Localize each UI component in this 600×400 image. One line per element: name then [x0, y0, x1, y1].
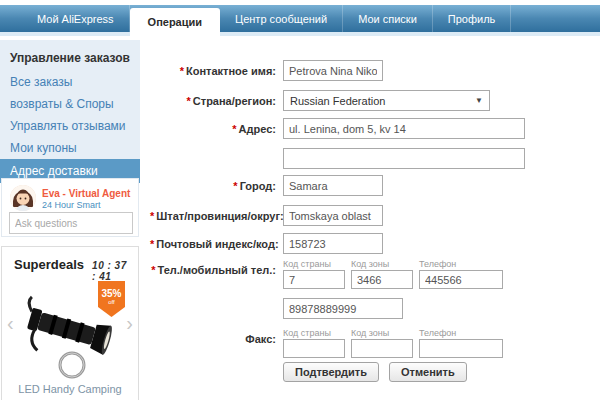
- agent-avatar: [10, 185, 36, 211]
- city-label: *Город:: [150, 175, 283, 192]
- city-input[interactable]: [283, 175, 383, 196]
- tab-profile[interactable]: Профиль: [433, 5, 512, 32]
- phone-row: *Тел./мобильный тел.: Код страны Код зон…: [150, 259, 595, 319]
- province-row: *Штат/провинция/округ:: [150, 205, 595, 226]
- carousel-next-icon[interactable]: ›: [126, 313, 133, 333]
- phone-area-code-input[interactable]: [351, 270, 413, 289]
- required-marker: *: [180, 65, 184, 77]
- ask-questions-input[interactable]: [9, 212, 133, 234]
- contact-name-label: *Контактное имя:: [150, 60, 283, 77]
- address-label: *Адрес:: [150, 118, 283, 135]
- required-marker: *: [232, 123, 236, 135]
- top-navigation: Мой AliExpress Операции Центр сообщений …: [0, 5, 600, 32]
- country-label: *Страна/регион:: [150, 90, 283, 107]
- sidebar: Управление заказов Все заказы возвраты &…: [0, 40, 140, 183]
- phone-country-code-input[interactable]: [283, 270, 345, 289]
- tab-operations[interactable]: Операции: [130, 8, 220, 36]
- fax-number-label: Телефон: [419, 328, 503, 338]
- nav-bottom-strip: [0, 32, 600, 36]
- product-name[interactable]: LED Handy Camping: [2, 383, 138, 395]
- country-select[interactable]: Russian Federation ▼: [283, 90, 490, 111]
- virtual-agent-widget: Eva - Virtual Agent 24 Hour Smart Respon…: [1, 178, 139, 237]
- fax-row: Факс: Код страны Код зоны Телефон: [150, 328, 595, 358]
- agent-name: Eva - Virtual Agent: [42, 188, 130, 199]
- address-line1-input[interactable]: [283, 118, 525, 139]
- country-row: *Страна/регион: Russian Federation ▼: [150, 90, 595, 111]
- superdeals-card: Superdeals 10 : 37 : 41 35% off ‹ › LED …: [1, 246, 139, 400]
- superdeals-countdown: 10 : 37 : 41: [92, 260, 128, 282]
- fax-area-code-input[interactable]: [351, 339, 413, 358]
- province-label: *Штат/провинция/округ:: [150, 205, 283, 222]
- zip-input[interactable]: [283, 233, 383, 254]
- mobile-number-input[interactable]: [283, 298, 403, 319]
- sidebar-item-all-orders[interactable]: Все заказы: [0, 71, 140, 93]
- phone-country-code-label: Код страны: [283, 259, 345, 269]
- required-marker: *: [150, 210, 154, 222]
- tab-message-center[interactable]: Центр сообщений: [220, 5, 343, 32]
- sidebar-item-manage-feedback[interactable]: Управлять отзывами: [0, 115, 140, 137]
- sidebar-item-refunds-disputes[interactable]: возвраты & Споры: [0, 93, 140, 115]
- fax-area-code-label: Код зоны: [351, 328, 413, 338]
- fax-label: Факс:: [150, 328, 283, 345]
- address-form: *Контактное имя: *Страна/регион: Russian…: [150, 60, 595, 382]
- superdeals-title: Superdeals: [14, 257, 84, 272]
- zip-row: *Почтовый индекс/код:: [150, 233, 595, 254]
- province-input[interactable]: [283, 205, 383, 226]
- contact-name-input[interactable]: [283, 60, 383, 81]
- zip-label: *Почтовый индекс/код:: [150, 233, 283, 250]
- contact-name-row: *Контактное имя:: [150, 60, 595, 81]
- cancel-button[interactable]: Отменить: [389, 362, 467, 382]
- required-marker: *: [233, 180, 237, 192]
- phone-number-input[interactable]: [419, 270, 503, 289]
- fax-country-code-label: Код страны: [283, 328, 345, 338]
- tab-my-lists[interactable]: Мои списки: [343, 5, 433, 32]
- confirm-button[interactable]: Подтвердить: [283, 362, 379, 382]
- phone-area-code-label: Код зоны: [351, 259, 413, 269]
- chevron-down-icon: ▼: [475, 96, 483, 105]
- carousel-prev-icon[interactable]: ‹: [7, 313, 14, 333]
- required-marker: *: [150, 238, 154, 250]
- fax-number-input[interactable]: [419, 339, 503, 358]
- product-image-flashlight[interactable]: [14, 291, 128, 381]
- phone-label: *Тел./мобильный тел.:: [150, 259, 283, 276]
- actions-spacer: [150, 362, 283, 367]
- required-marker: *: [187, 95, 191, 107]
- tab-my-aliexpress[interactable]: Мой AliExpress: [22, 5, 130, 32]
- fax-country-code-input[interactable]: [283, 339, 345, 358]
- sidebar-header-order-management: Управление заказов: [0, 44, 140, 71]
- phone-number-label: Телефон: [419, 259, 503, 269]
- address-line2-input[interactable]: [283, 148, 525, 169]
- sidebar-item-my-coupons[interactable]: Мои купоны: [0, 137, 140, 159]
- required-marker: *: [151, 264, 155, 276]
- country-selected-value: Russian Federation: [290, 95, 385, 107]
- form-actions-row: Подтвердить Отменить: [150, 362, 595, 382]
- address-row: *Адрес:: [150, 118, 595, 169]
- city-row: *Город:: [150, 175, 595, 196]
